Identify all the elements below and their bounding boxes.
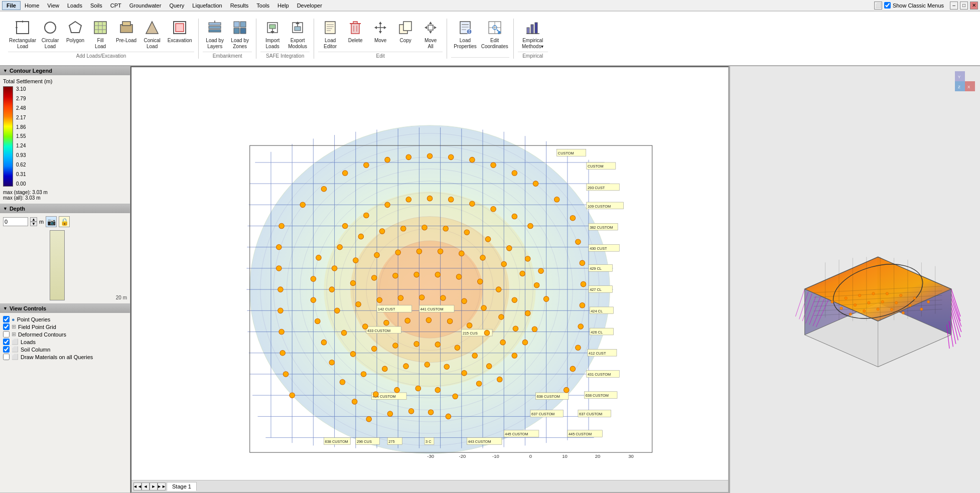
svg-point-261 <box>513 326 518 332</box>
nav-next-button[interactable]: ► <box>150 482 158 490</box>
svg-point-280 <box>455 345 460 351</box>
svg-point-195 <box>576 239 581 245</box>
menu-item-loads[interactable]: Loads <box>63 2 86 10</box>
load-props-group-label <box>451 57 509 59</box>
classic-menus-toggle[interactable] <box>884 2 891 9</box>
svg-point-197 <box>581 281 586 287</box>
3d-view-svg[interactable] <box>740 175 970 385</box>
load-by-zones-button[interactable]: Load byZones <box>228 19 252 52</box>
menu-item-soils[interactable]: Soils <box>86 2 106 10</box>
conical-load-button[interactable]: ConicalLoad <box>140 19 164 52</box>
svg-text:638 CUSTOM: 638 CUSTOM <box>537 394 560 399</box>
depth-increment-button[interactable]: ▲ <box>30 217 37 222</box>
nav-first-button[interactable]: ◄◄ <box>133 482 142 490</box>
svg-point-273 <box>512 353 517 359</box>
field-point-grid-checkbox[interactable] <box>3 323 10 330</box>
move-button[interactable]: Move <box>368 19 392 46</box>
move-all-button[interactable]: MoveAll <box>418 19 443 52</box>
stage-1-tab[interactable]: Stage 1 <box>167 482 197 491</box>
import-loads-label: ImportLoads <box>265 38 279 50</box>
svg-point-255 <box>398 295 403 301</box>
svg-point-187 <box>276 244 282 250</box>
depth-input-row: ▲ ▼ m 📷 🔒 <box>3 216 127 227</box>
svg-point-262 <box>522 340 528 345</box>
fill-load-button[interactable]: FillLoad <box>88 19 112 52</box>
menu-item-help[interactable]: Help <box>273 2 293 10</box>
menu-item-cpt[interactable]: CPT <box>106 2 125 10</box>
nav-prev-button[interactable]: ◄ <box>142 482 150 490</box>
menu-item-liquefaction[interactable]: Liquefaction <box>188 2 226 10</box>
draw-materials-label: Draw Materials on all Queries <box>21 354 93 360</box>
load-by-zones-icon <box>233 21 247 37</box>
view-controls-header[interactable]: ▼ View Controls <box>0 304 130 313</box>
main-map-svg[interactable]: CUSTOM CUSTOM 293 CUST 109 CUSTOM 382 CU… <box>131 67 728 480</box>
loads-checkbox[interactable] <box>3 339 10 345</box>
svg-text:0: 0 <box>529 453 532 459</box>
menu-item-view[interactable]: View <box>43 2 63 10</box>
menu-item-developer[interactable]: Developer <box>293 2 326 10</box>
menu-item-query[interactable]: Query <box>165 2 188 10</box>
ribbon-group-edit: LoadEditor Delete <box>314 19 447 59</box>
depth-lock-button[interactable]: 📷 <box>46 216 57 227</box>
delete-button[interactable]: Delete <box>343 19 367 46</box>
menu-item-results[interactable]: Results <box>226 2 253 10</box>
svg-point-201 <box>570 366 576 372</box>
svg-point-346 <box>854 303 856 306</box>
point-queries-checkbox[interactable] <box>3 316 10 322</box>
depth-input[interactable] <box>3 217 28 226</box>
circular-load-button[interactable]: CircularLoad <box>38 19 62 52</box>
depth-decrement-button[interactable]: ▼ <box>30 222 37 226</box>
right-panel-3d[interactable]: Y X Z <box>729 66 980 493</box>
svg-point-193 <box>283 372 289 377</box>
export-modulus-button[interactable]: ExportModolus <box>286 19 310 52</box>
load-by-layers-button[interactable]: Load byLayers <box>203 19 227 52</box>
deformed-contours-icon: ⊞ <box>12 331 16 338</box>
load-editor-button[interactable]: LoadEditor <box>318 19 342 52</box>
contour-legend-header[interactable]: ▼ Contour Legend <box>0 66 130 75</box>
canvas-wrapper[interactable]: CUSTOM CUSTOM 293 CUST 109 CUSTOM 382 CU… <box>131 67 728 480</box>
empirical-methods-button[interactable]: EmpiricalMethods▾ <box>518 19 548 52</box>
copy-button[interactable]: Copy <box>393 19 417 46</box>
svg-point-226 <box>332 266 337 271</box>
svg-point-241 <box>371 275 377 281</box>
svg-point-271 <box>484 330 490 336</box>
rectangular-load-button[interactable]: RectangularLoad <box>8 19 37 52</box>
svg-point-230 <box>416 249 422 254</box>
menu-item-home[interactable]: Home <box>21 2 43 10</box>
svg-point-349 <box>895 301 897 303</box>
delete-label: Delete <box>348 38 363 44</box>
load-properties-button[interactable]: LoadProperties <box>451 19 479 52</box>
edit-coordinates-button[interactable]: EditCoordinates <box>480 19 509 52</box>
svg-point-263 <box>321 340 327 345</box>
legend-val-2: 2.48 <box>16 105 26 111</box>
svg-point-351 <box>920 307 923 310</box>
svg-marker-13 <box>146 22 158 34</box>
soil-column-checkbox[interactable] <box>3 346 10 353</box>
deformed-contours-checkbox[interactable] <box>3 331 10 338</box>
draw-materials-checkbox[interactable] <box>3 354 10 360</box>
pre-load-button[interactable]: Pre-Load <box>113 19 139 46</box>
excavation-button[interactable]: Excavation <box>165 19 194 46</box>
svg-point-239 <box>329 287 335 292</box>
depth-header[interactable]: ▼ Depth <box>0 204 130 213</box>
restore-button[interactable]: ⬜ <box>874 2 882 10</box>
fill-load-icon <box>93 21 107 37</box>
import-loads-button[interactable]: ImportLoads <box>260 19 285 52</box>
svg-text:CUSTOM: CUSTOM <box>588 164 604 169</box>
close-button[interactable]: ✕ <box>970 2 978 10</box>
nav-last-button[interactable]: ►► <box>158 482 166 490</box>
maximize-button[interactable]: □ <box>960 2 968 10</box>
svg-point-191 <box>279 329 285 335</box>
safe-group-label: SAFE Integration <box>260 52 310 59</box>
contour-legend-body: Total Settlement (m) 3.10 2.79 2.48 2.17… <box>0 75 130 204</box>
minimize-button[interactable]: – <box>950 2 958 10</box>
menu-item-tools[interactable]: Tools <box>252 2 273 10</box>
window-controls: ⬜ Show Classic Menus – □ ✕ <box>874 2 978 10</box>
depth-unlock-button[interactable]: 🔒 <box>59 216 70 227</box>
menu-item-file[interactable]: File <box>2 1 21 10</box>
menu-item-groundwater[interactable]: Groundwater <box>125 2 166 10</box>
svg-point-257 <box>441 295 446 301</box>
show-classic-menus-checkbox[interactable]: Show Classic Menus <box>884 2 944 9</box>
load-editor-icon <box>323 21 337 37</box>
polygon-button[interactable]: Polygon <box>63 19 87 46</box>
